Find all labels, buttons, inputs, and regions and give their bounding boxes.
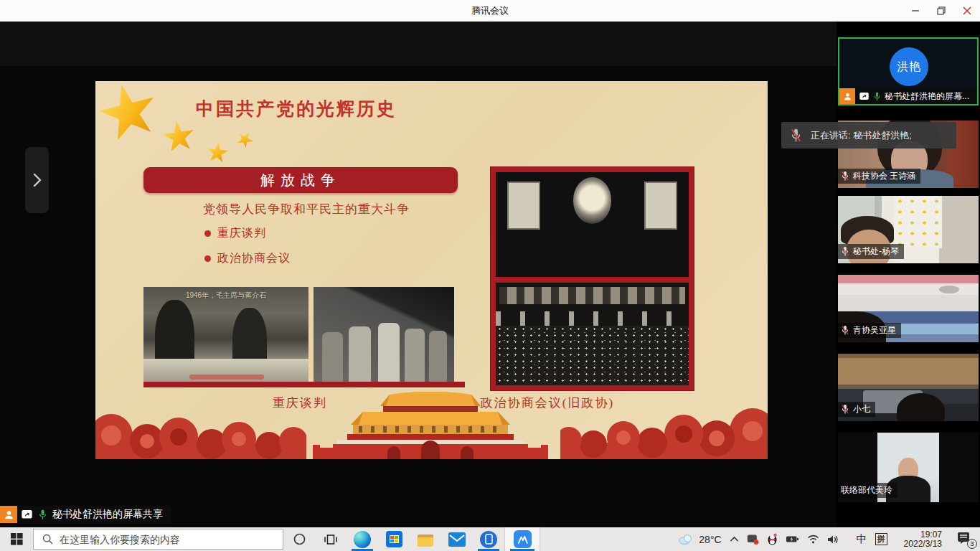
wifi-icon [807,534,819,544]
screen-record-icon [747,534,759,545]
battery-icon [786,534,799,544]
now-speaking-banner: 正在讲话: 秘书处舒洪艳; [781,122,956,149]
photo-frame-political-consultation [490,166,694,391]
restore-button[interactable] [928,0,954,22]
ime-language-button[interactable]: 中 [857,532,867,546]
participant-name-tag: 秘书处-杨琴 [838,244,904,259]
photo-chongqing-toast: 1946年，毛主席与蒋介石 [143,287,308,382]
battery-tray-button[interactable] [786,534,799,544]
bullet-icon [204,255,211,262]
restore-icon [937,6,946,15]
chevron-up-icon [730,536,739,542]
participant-name: 科技协会 王诗涵 [853,170,915,182]
participant-tile-screen-share[interactable]: 洪艳 秘书处舒洪艳的屏幕... [838,37,979,105]
participant-tile[interactable]: 青协吴亚星 [838,275,979,342]
ime-pinyin-box: 拼 [875,533,887,545]
windows-logo-icon [11,533,23,545]
mic-muted-icon [841,325,849,336]
meeting-main-area: 中国共产党的光辉历史 解放战争 党领导人民争取和平民主的重大斗争 重庆谈判 政治… [0,22,980,527]
presenter-badge [839,88,855,104]
slide-bullet-1: 重庆谈判 [204,226,266,241]
mic-muted-icon [841,246,849,257]
tiananmen-illustration [308,392,552,459]
photo-overlay-caption: 1946年，毛主席与蒋介石 [143,291,308,301]
clock-date: 2022/3/13 [904,540,942,549]
system-tray: 28°C [678,530,980,549]
presentation-slide: 中国共产党的光辉历史 解放战争 党领导人民争取和平民主的重大斗争 重庆谈判 政治… [95,81,768,459]
cloud-ornament-left [95,405,306,459]
shared-screen-top-band [0,22,837,66]
person-icon [843,92,852,101]
participant-name-tag: 小七 [838,402,875,417]
taskbar-clock[interactable]: 19:07 2022/3/13 [903,530,943,549]
taskbar-app-store[interactable] [378,527,410,551]
participant-name: 秘书处-杨琴 [853,245,899,258]
slide-bullet-2: 政治协商会议 [204,251,291,266]
qq-icon [767,533,778,545]
minimize-button[interactable] [903,0,928,22]
start-button[interactable] [0,527,33,551]
notification-count-badge: 3 [967,539,977,549]
photo-watermark [189,375,264,380]
ime-mode-button[interactable]: 拼 [875,533,887,545]
qq-tray-button[interactable] [767,533,778,545]
tencent-meeting-icon [514,530,532,548]
edge-icon [354,531,371,548]
participant-tile[interactable]: 联络部代美玲 [838,433,979,502]
weather-cloud-icon [678,534,694,545]
participant-name: 联络部代美玲 [841,484,892,496]
microsoft-store-icon [386,531,402,547]
volume-icon [827,534,839,545]
file-explorer-icon [418,532,434,547]
taskbar-app-tencent-meeting[interactable] [504,527,540,551]
star-icon [160,118,197,156]
taskbar-search-box[interactable] [33,529,283,550]
shared-screen-stage: 中国共产党的光辉历史 解放战争 党领导人民争取和平民主的重大斗争 重庆谈判 政治… [0,22,837,527]
taskbar-app-file-explorer[interactable] [410,527,441,551]
participant-name-tag: 科技协会 王诗涵 [838,169,920,184]
star-icon [206,141,230,165]
minimize-icon [911,6,920,15]
participant-info-bar: 秘书处舒洪艳的屏幕... [839,88,977,104]
search-input[interactable] [60,534,268,545]
close-button[interactable] [954,0,980,22]
tray-overflow-button[interactable] [730,536,739,542]
task-view-icon [324,533,338,546]
clock-time: 19:07 [904,530,942,540]
cloud-ornament-right [560,402,768,459]
participant-tile[interactable]: 小七 [838,354,979,421]
cortana-button[interactable] [283,527,315,551]
task-view-button[interactable] [315,527,347,551]
weather-button[interactable]: 28°C [678,534,721,545]
now-speaking-label: 正在讲话: 秘书处舒洪艳; [811,129,912,142]
taskbar-app-mail[interactable] [441,527,473,551]
share-status-label: 秘书处舒洪艳的屏幕共享 [52,508,163,521]
volume-tray-button[interactable] [827,534,839,545]
windows-taskbar: 28°C [0,527,980,551]
participant-name: 青协吴亚星 [853,324,896,336]
participant-name-tag: 联络部代美玲 [838,483,897,498]
slide-section-banner: 解放战争 [143,167,458,193]
screen-record-tray-button[interactable] [747,534,759,545]
participant-name: 小七 [853,403,870,415]
chevron-right-icon [32,173,42,187]
mic-muted-icon [841,404,849,415]
search-icon [42,534,53,545]
screen-share-icon [859,92,870,101]
mic-muted-icon [790,128,802,143]
participants-sidebar: 洪艳 秘书处舒洪艳的屏幕... [837,22,980,527]
mic-muted-icon [841,171,849,182]
your-phone-icon [480,531,497,548]
taskbar-app-your-phone[interactable] [473,527,504,551]
action-center-button[interactable]: 3 [957,531,976,548]
bullet-icon [204,230,211,237]
presenter-badge [0,506,17,523]
window-title: 腾讯会议 [0,0,980,22]
network-tray-button[interactable] [807,534,819,544]
photo-airplane-group [314,287,454,382]
avatar: 洪艳 [890,47,928,86]
participant-tile[interactable]: 秘书处-杨琴 [838,196,979,263]
slide-title: 中国共产党的光辉历史 [196,97,504,121]
expand-panel-button[interactable] [25,147,49,213]
taskbar-app-edge[interactable] [347,527,378,551]
